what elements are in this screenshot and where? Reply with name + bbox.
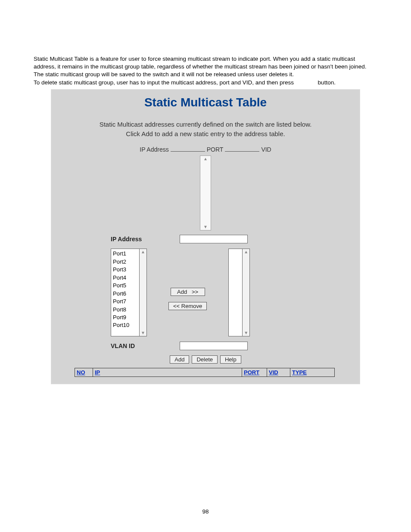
entries-table-header: NO IP PORT VID TYPE bbox=[75, 368, 335, 377]
list-item[interactable]: Port8 bbox=[113, 306, 137, 314]
intro-paragraph: Static Multicast Table is a feature for … bbox=[0, 55, 411, 87]
scroll-up-icon[interactable]: ▲ bbox=[203, 156, 208, 162]
selected-ports-body[interactable] bbox=[228, 249, 242, 336]
form-area: IP Address Port1 Port2 Port3 Port4 Port5… bbox=[111, 235, 300, 350]
hdr-underline bbox=[225, 151, 259, 152]
label-vlan-id: VLAN ID bbox=[111, 342, 180, 349]
intro-line2-prefix: To delete static multicast group, user h… bbox=[34, 79, 294, 86]
current-entries-listbox[interactable]: ▲ ▼ bbox=[200, 156, 211, 230]
hdr-underline bbox=[171, 151, 205, 152]
th-vid[interactable]: VID bbox=[267, 368, 290, 376]
help-button[interactable]: Help bbox=[220, 355, 241, 364]
scroll-down-icon[interactable]: ▼ bbox=[203, 224, 208, 230]
available-ports-scrollbar[interactable]: ▲ ▼ bbox=[139, 249, 147, 336]
add-button[interactable]: Add bbox=[170, 355, 189, 364]
th-type[interactable]: TYPE bbox=[290, 368, 335, 376]
column-header-row: IP Address PORT VID bbox=[51, 146, 360, 153]
th-port[interactable]: PORT bbox=[242, 368, 267, 376]
ui-panel: Static Multicast Table Static Multicast … bbox=[51, 89, 360, 385]
th-ip[interactable]: IP bbox=[93, 368, 242, 376]
row-vlan-id: VLAN ID bbox=[111, 342, 300, 350]
add-port-button[interactable]: Add >> bbox=[171, 288, 205, 296]
label-ip-address: IP Address bbox=[111, 236, 180, 243]
scroll-up-icon[interactable]: ▲ bbox=[244, 249, 248, 255]
list-item[interactable]: Port6 bbox=[113, 290, 137, 298]
selected-ports-scrollbar[interactable]: ▲ ▼ bbox=[242, 249, 250, 336]
list-item[interactable]: Port4 bbox=[113, 274, 137, 282]
available-ports-listbox[interactable]: Port1 Port2 Port3 Port4 Port5 Port6 Port… bbox=[111, 249, 147, 336]
list-item[interactable]: Port9 bbox=[113, 314, 137, 321]
list-item[interactable]: Port5 bbox=[113, 282, 137, 289]
hdr-label-ip: IP Address bbox=[140, 146, 168, 153]
intro-line2-suffix: button. bbox=[318, 79, 336, 86]
intro-line1: Static Multicast Table is a feature for … bbox=[34, 56, 367, 78]
list-item[interactable]: Port2 bbox=[113, 258, 137, 266]
selected-ports-listbox[interactable]: ▲ ▼ bbox=[228, 249, 250, 336]
panel-subtitle: Static Multicast addresses currently def… bbox=[51, 120, 360, 146]
list-item[interactable]: Port7 bbox=[113, 298, 137, 305]
panel-title: Static Multicast Table bbox=[51, 90, 360, 120]
list-item[interactable]: Port1 bbox=[113, 250, 137, 258]
scroll-down-icon[interactable]: ▼ bbox=[141, 330, 145, 336]
port-transfer-buttons: Add >> << Remove bbox=[168, 249, 207, 336]
delete-button[interactable]: Delete bbox=[192, 355, 218, 364]
document-page: Static Multicast Table is a feature for … bbox=[0, 0, 411, 532]
hdr-label-vid: VID bbox=[261, 146, 271, 153]
available-ports-body[interactable]: Port1 Port2 Port3 Port4 Port5 Port6 Port… bbox=[111, 249, 139, 336]
ip-address-input[interactable] bbox=[180, 235, 248, 243]
row-port-selector: Port1 Port2 Port3 Port4 Port5 Port6 Port… bbox=[111, 249, 300, 336]
vlan-id-input[interactable] bbox=[180, 342, 248, 350]
hdr-label-port: PORT bbox=[207, 146, 224, 153]
page-number: 98 bbox=[0, 508, 411, 515]
th-no[interactable]: NO bbox=[75, 368, 93, 376]
scroll-down-icon[interactable]: ▼ bbox=[244, 330, 248, 336]
action-button-row: Add Delete Help bbox=[51, 355, 360, 364]
list-item[interactable]: Port3 bbox=[113, 266, 137, 274]
remove-port-button[interactable]: << Remove bbox=[168, 302, 207, 310]
scroll-up-icon[interactable]: ▲ bbox=[141, 249, 145, 255]
row-ip-address: IP Address bbox=[111, 235, 300, 243]
list-item[interactable]: Port10 bbox=[113, 321, 137, 329]
